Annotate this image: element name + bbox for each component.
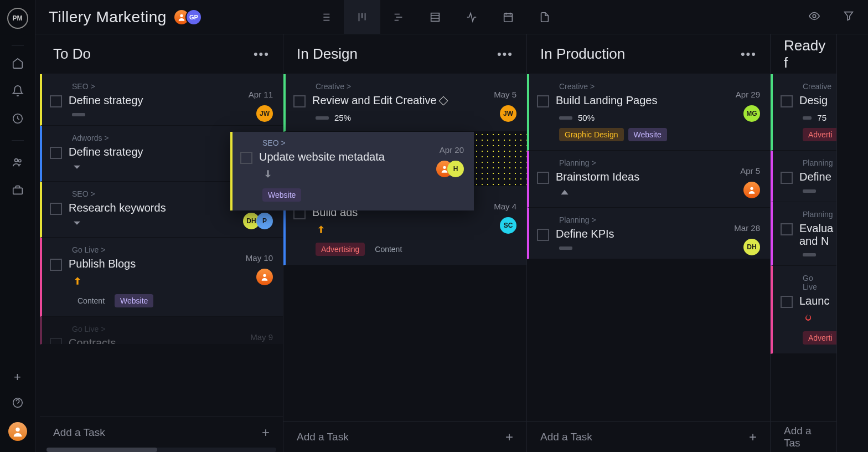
card-date: May 5 [494,90,516,99]
svg-rect-3 [13,188,22,194]
column-body: Creative Desig 75Adverti Planning Define… [771,74,836,421]
tag[interactable]: Adverti [803,128,836,141]
priority-bar [559,116,572,120]
sheet-view-icon[interactable] [417,0,453,34]
assignee-avatar[interactable]: MG [743,105,760,122]
column-menu-icon[interactable]: ••• [254,47,270,61]
tag[interactable]: Advertising [316,243,365,256]
task-card[interactable]: Creative > Build Landing Pages Apr 29MG5… [527,74,770,151]
svg-point-5 [16,428,19,432]
task-card[interactable]: Planning Evalua and N [771,202,836,266]
card-category: Creative [803,82,826,91]
card-checkbox[interactable] [50,95,62,107]
card-checkbox[interactable] [50,338,62,345]
add-task-button[interactable]: Add a Tas [771,421,836,452]
card-checkbox[interactable] [537,95,549,107]
tag[interactable]: Website [115,294,153,307]
project-title: Tillery Marketing [49,8,167,26]
assignee-avatar[interactable]: DH [743,239,760,255]
assignee-avatar[interactable]: H [447,161,464,177]
add-task-label: Add a Tas [784,425,823,449]
member-avatar[interactable]: GP [185,9,202,25]
assignee-avatar[interactable] [743,182,760,198]
activity-view-icon[interactable] [453,0,490,34]
notifications-icon[interactable] [12,85,24,97]
priority-bar [559,246,572,250]
card-checkbox[interactable] [781,296,793,308]
recent-icon[interactable] [12,112,24,125]
add-task-button[interactable]: Add a Task + [40,417,283,448]
progress-text: 50% [578,113,595,122]
card-date: Apr 5 [740,166,760,176]
scroll-thumb[interactable] [46,448,157,452]
task-card[interactable]: Go Live > Contracts May 9 [40,317,283,345]
gantt-view-icon[interactable] [380,0,417,34]
home-icon[interactable] [12,57,24,69]
progress-text: 25% [334,113,351,122]
card-category: Planning > [559,158,760,167]
calendar-view-icon[interactable] [490,0,526,34]
assignee-avatar[interactable]: P [256,213,273,229]
assignee-avatar[interactable]: SC [500,217,516,234]
add-icon[interactable]: + [12,371,24,383]
filter-icon[interactable] [843,10,855,24]
card-category: Creative > [559,82,760,91]
add-task-button[interactable]: Add a Task + [527,421,770,452]
card-category: Go Live [803,274,826,291]
column-menu-icon[interactable]: ••• [741,47,757,61]
svg-point-1 [14,159,18,162]
task-card[interactable]: SEO > Define strategy Apr 11JW [40,74,283,126]
briefcase-icon[interactable] [12,184,24,196]
task-card[interactable]: Go Live Launc Adverti [771,266,836,354]
task-card[interactable]: Planning Define [771,151,836,202]
user-avatar[interactable] [8,422,27,441]
card-checkbox[interactable] [781,172,793,184]
team-icon[interactable] [12,156,24,168]
task-card[interactable]: Planning > Brainstorm Ideas Apr 5 [527,151,770,208]
app-logo[interactable]: PM [7,8,28,29]
column-title: In Design [297,45,358,63]
tag[interactable]: Adverti [803,331,836,345]
add-task-button[interactable]: Add a Task + [283,421,526,452]
column-menu-icon[interactable]: ••• [497,47,513,61]
task-card[interactable]: Creative Desig 75Adverti [771,74,836,151]
card-checkbox[interactable] [781,223,793,235]
card-checkbox[interactable] [50,147,62,159]
tag[interactable]: Content [72,294,110,307]
card-checkbox[interactable] [293,95,306,107]
card-checkbox[interactable] [537,229,549,241]
priority-bar [72,113,85,116]
assignee-avatar[interactable]: JW [500,105,516,122]
header-avatars[interactable]: GP [178,9,202,25]
svg-point-12 [443,166,446,169]
board-column: Ready f Creative Desig 75Adverti Plannin… [771,34,837,452]
card-date: Apr 20 [440,145,464,155]
task-card[interactable]: Creative > Review and Edit Creative May … [283,74,526,132]
card-checkbox[interactable] [781,95,793,107]
board-column: To Do ••• SEO > Define strategy Apr 11JW… [40,34,283,452]
help-icon[interactable] [12,397,24,409]
tag[interactable]: Website [628,128,667,141]
board-view-icon[interactable] [344,0,380,34]
task-card[interactable]: Planning > Define KPIs Mar 28DH [527,208,770,259]
task-card[interactable]: Go Live > Publish Blogs May 10ContentWeb… [40,238,283,317]
files-view-icon[interactable] [526,0,563,34]
board-column: In Production ••• Creative > Build Landi… [527,34,771,452]
visibility-icon[interactable] [808,10,820,24]
card-checkbox[interactable] [240,152,252,164]
dragging-card[interactable]: SEO > Update website metadata Apr 20 H W… [230,132,474,210]
list-view-icon[interactable] [307,0,344,34]
card-checkbox[interactable] [537,172,549,184]
column-body: Creative > Build Landing Pages Apr 29MG5… [527,74,770,421]
assignee-avatar[interactable]: JW [256,105,273,122]
assignee-avatar[interactable] [256,269,273,285]
view-switcher [307,0,563,34]
tag[interactable]: Graphic Design [559,128,624,141]
tag[interactable]: Website [262,188,301,202]
scroll-track[interactable] [46,448,276,452]
add-task-label: Add a Task [540,431,592,443]
card-checkbox[interactable] [50,203,62,215]
kanban-board: To Do ••• SEO > Define strategy Apr 11JW… [35,34,868,452]
card-checkbox[interactable] [50,259,62,271]
tag[interactable]: Content [369,243,407,256]
